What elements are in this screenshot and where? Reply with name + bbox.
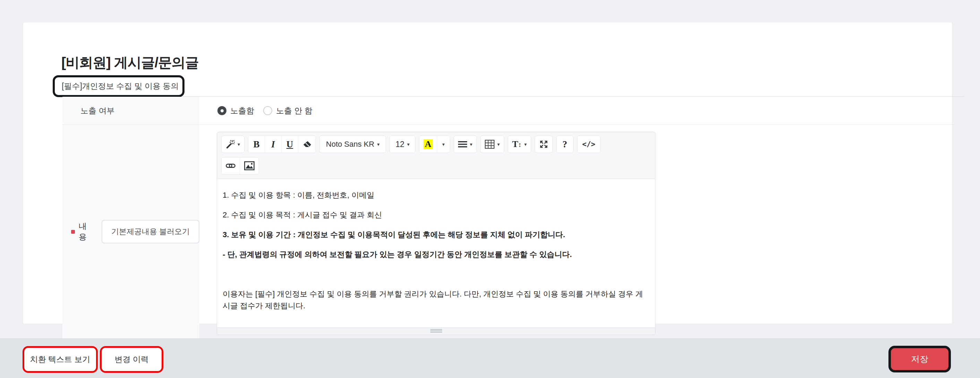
required-marker (71, 230, 75, 234)
align-lines-icon (458, 141, 467, 148)
editor-toolbar: ▾ B I U (217, 132, 655, 179)
radio-option-visible[interactable]: 노출함 (218, 105, 254, 116)
content-label: 내용 (79, 221, 95, 242)
annotation-box-red-replace-text: 치환 텍스트 보기 (22, 346, 98, 373)
font-color-button[interactable]: A (419, 136, 437, 152)
editor-paragraph: 이용자는 [필수] 개인정보 수집 및 이용 동의를 거부할 권리가 있습니다.… (223, 288, 649, 312)
load-default-content-button[interactable]: 기본제공내용 불러오기 (102, 220, 199, 243)
label-cell-content: 내용 기본제공내용 불러오기 (62, 125, 199, 338)
font-color-icon: A (423, 140, 433, 149)
font-color-dropdown-button[interactable]: ▾ (437, 136, 450, 152)
font-size-value: 12 (395, 140, 404, 149)
eraser-icon (302, 140, 312, 148)
chevron-down-icon: ▾ (470, 142, 473, 147)
code-view-button[interactable]: </> (578, 136, 600, 152)
change-history-button[interactable]: 변경 이력 (112, 354, 151, 365)
style-dropdown-button[interactable]: ▾ (221, 136, 244, 152)
chevron-down-icon: ▾ (407, 142, 410, 147)
editor-paragraph: 3. 보유 및 이용 기간 : 개인정보 수집 및 이용목적이 달성된 후에는 … (223, 229, 649, 241)
editor-resize-bar[interactable] (217, 327, 655, 335)
page: [비회원] 게시글/문의글 [필수]개인정보 수집 및 이용 동의 노출 여부 … (0, 0, 980, 378)
magic-wand-icon (226, 140, 235, 149)
annotation-box-red-change-history: 변경 이력 (100, 346, 163, 373)
code-brackets-icon: </> (582, 140, 595, 148)
save-button[interactable]: 저장 (888, 346, 951, 372)
table-grid-icon (485, 140, 495, 149)
radio-hidden-label: 노출 안 함 (276, 105, 312, 116)
font-family-select[interactable]: Noto Sans KR ▾ (320, 136, 386, 152)
visibility-radio-group: 노출함 노출 안 함 (218, 102, 312, 120)
picture-icon (244, 161, 255, 170)
page-title: [비회원] 게시글/문의글 (61, 53, 199, 72)
chevron-down-icon: ▾ (497, 142, 500, 147)
rich-text-editor: ▾ B I U (217, 132, 655, 335)
clear-format-button[interactable] (298, 136, 315, 152)
radio-visible-selected-icon[interactable] (218, 106, 226, 115)
line-height-button[interactable]: T↕ ▾ (508, 136, 531, 152)
tab-privacy-consent-label: [필수]개인정보 수집 및 이용 동의 (62, 81, 178, 92)
paragraph-align-button[interactable]: ▾ (454, 136, 476, 152)
editor-paragraph (223, 268, 649, 280)
chevron-down-icon: ▾ (237, 142, 240, 147)
question-mark-icon: ? (563, 140, 567, 149)
visibility-label: 노출 여부 (80, 105, 115, 116)
drag-handle-icon (430, 329, 442, 330)
radio-hidden-unselected-icon[interactable] (263, 106, 272, 115)
insert-link-button[interactable] (221, 157, 240, 174)
bold-button[interactable]: B (248, 136, 265, 152)
font-size-select[interactable]: 12 ▾ (390, 136, 415, 152)
chevron-down-icon: ▾ (524, 142, 527, 147)
editor-paragraph: 1. 수집 및 이용 항목 : 이름, 전화번호, 이메일 (223, 189, 649, 201)
chevron-down-icon: ▾ (377, 142, 379, 147)
expand-arrows-icon (539, 140, 548, 149)
help-button[interactable]: ? (557, 136, 573, 152)
radio-option-hidden[interactable]: 노출 안 함 (263, 105, 312, 116)
insert-image-button[interactable] (240, 157, 259, 174)
table-button[interactable]: ▾ (480, 136, 504, 152)
chevron-down-icon: ▾ (442, 142, 445, 147)
italic-button[interactable]: I (265, 136, 282, 152)
fullscreen-button[interactable] (535, 136, 552, 152)
annotation-box-black-tab[interactable]: [필수]개인정보 수집 및 이용 동의 (53, 75, 185, 97)
font-family-value: Noto Sans KR (326, 140, 374, 149)
label-cell-visibility: 노출 여부 (62, 97, 199, 124)
underline-button[interactable]: U (282, 136, 298, 152)
chain-link-icon (226, 163, 235, 169)
radio-visible-label: 노출함 (230, 105, 254, 116)
editor-paragraph: - 단, 관계법령의 규정에 의하여 보전할 필요가 있는 경우 일정기간 동안… (223, 249, 649, 260)
editor-content-area[interactable]: 1. 수집 및 이용 항목 : 이름, 전화번호, 이메일 2. 수집 및 이용… (217, 179, 655, 327)
content-card: [비회원] 게시글/문의글 [필수]개인정보 수집 및 이용 동의 노출 여부 … (23, 22, 952, 324)
replace-text-button[interactable]: 치환 텍스트 보기 (28, 354, 92, 365)
line-height-icon: T↕ (512, 140, 522, 149)
editor-paragraph: 2. 수집 및 이용 목적 : 게시글 접수 및 결과 회신 (223, 209, 649, 221)
